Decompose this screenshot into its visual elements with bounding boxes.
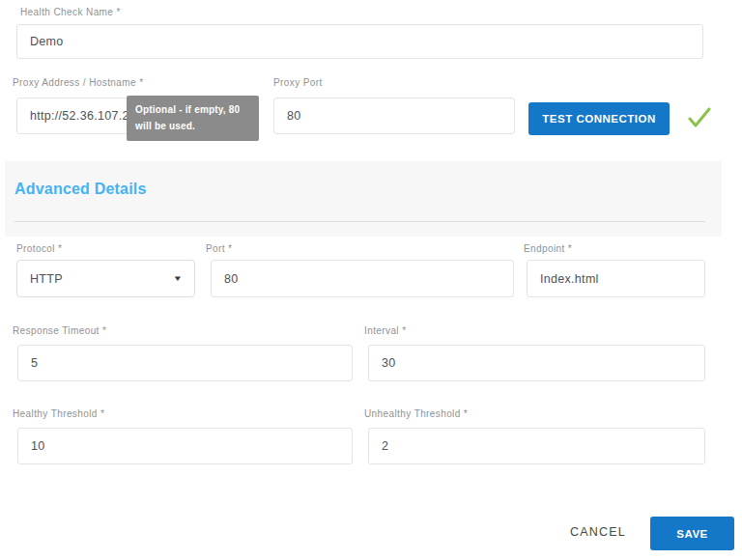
protocol-select[interactable]: HTTP ▼ [16,260,195,297]
interval-input[interactable] [368,345,705,381]
endpoint-label: Endpoint * [524,243,572,254]
interval-label: Interval * [364,325,406,336]
connection-success-check-icon [686,105,713,134]
response-timeout-input[interactable] [17,345,353,381]
port-input[interactable] [211,260,514,297]
health-check-name-input[interactable] [16,24,703,59]
proxy-port-label: Proxy Port [273,77,323,88]
test-connection-button[interactable]: TEST CONNECTION [528,102,670,135]
advanced-details-panel [5,161,722,237]
healthy-threshold-input[interactable] [17,428,353,464]
unhealthy-threshold-label: Unhealthy Threshold * [364,408,468,419]
advanced-details-divider [14,221,705,222]
proxy-address-label: Proxy Address / Hostname * [13,77,143,88]
chevron-down-icon: ▼ [172,274,183,283]
protocol-label: Protocol * [16,243,62,254]
proxy-port-input[interactable] [273,98,515,134]
response-timeout-label: Response Timeout * [13,325,106,336]
protocol-selected-value: HTTP [30,272,63,286]
save-button[interactable]: SAVE [650,517,734,550]
cancel-button[interactable]: CANCEL [564,524,632,540]
health-check-name-label: Health Check Name * [20,7,121,17]
advanced-details-title: Advanced Details [14,181,147,198]
endpoint-input[interactable] [527,260,705,297]
healthy-threshold-label: Healthy Threshold * [13,408,104,419]
proxy-port-tooltip: Optional - if empty, 80 will be used. [127,96,259,141]
unhealthy-threshold-input[interactable] [368,428,705,464]
port-label: Port * [206,243,232,254]
